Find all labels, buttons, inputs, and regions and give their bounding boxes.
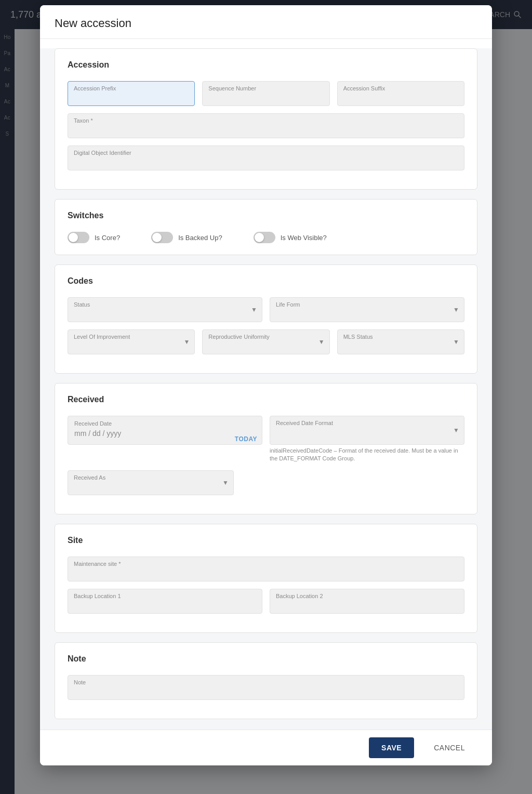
received-date-format-select[interactable] xyxy=(270,416,464,445)
switches-section-title: Switches xyxy=(68,211,464,220)
note-row-1: Note xyxy=(68,675,464,700)
accession-row-3: Digital Object Identifier xyxy=(68,145,464,170)
received-section: Received Received Date mm / dd / yyyy TO… xyxy=(55,383,477,514)
status-select[interactable] xyxy=(68,297,262,322)
received-section-title: Received xyxy=(68,395,464,404)
sequence-number-input[interactable] xyxy=(202,81,329,106)
is-web-visible-label: Is Web Visible? xyxy=(281,234,327,242)
new-accession-modal: New accession Accession Accession Prefix… xyxy=(40,5,492,765)
switches-row: Is Core? Is Backed Up? Is Web Visible? xyxy=(68,232,464,243)
doi-field[interactable]: Digital Object Identifier xyxy=(68,145,464,170)
accession-row-1: Accession Prefix Sequence Number Accessi… xyxy=(68,81,464,106)
doi-input[interactable] xyxy=(68,145,464,170)
received-date-field[interactable]: Received Date mm / dd / yyyy TODAY xyxy=(68,416,262,463)
received-as-field[interactable]: Received As ▼ xyxy=(68,470,234,495)
note-input[interactable] xyxy=(68,675,464,700)
note-section: Note Note xyxy=(55,642,477,719)
is-web-visible-switch[interactable]: Is Web Visible? xyxy=(254,232,327,243)
received-row-2: Received As ▼ xyxy=(68,470,464,495)
site-section-title: Site xyxy=(68,536,464,545)
accession-section-title: Accession xyxy=(68,60,464,70)
sequence-number-field[interactable]: Sequence Number xyxy=(202,81,329,106)
codes-row-2: Level Of Improvement ▼ Reproductive Unif… xyxy=(68,329,464,354)
backup-location-1-field[interactable]: Backup Location 1 xyxy=(68,589,262,614)
accession-row-2: Taxon * xyxy=(68,113,464,138)
note-section-title: Note xyxy=(68,654,464,664)
received-as-select[interactable] xyxy=(68,470,234,495)
accession-prefix-field[interactable]: Accession Prefix xyxy=(68,81,195,106)
switches-section: Switches Is Core? Is Backed Up? Is Web V… xyxy=(55,199,477,255)
status-field[interactable]: Status ▼ xyxy=(68,297,262,322)
modal-title: New accession xyxy=(55,17,131,30)
accession-section: Accession Accession Prefix Sequence Numb… xyxy=(55,48,477,190)
date-format-helper: initialReceivedDateCode – Format of the … xyxy=(270,447,464,463)
is-core-toggle[interactable] xyxy=(68,232,89,243)
accession-prefix-input[interactable] xyxy=(68,81,195,106)
received-date-value: mm / dd / yyyy xyxy=(74,429,121,438)
backup-location-2-field[interactable]: Backup Location 2 xyxy=(270,589,464,614)
taxon-field[interactable]: Taxon * xyxy=(68,113,464,138)
mls-status-select[interactable] xyxy=(337,329,464,354)
reproductive-uniformity-select[interactable] xyxy=(202,329,329,354)
modal-overlay: New accession Accession Accession Prefix… xyxy=(0,0,532,794)
modal-header: New accession xyxy=(40,5,492,39)
codes-section: Codes Status ▼ Life Form ▼ xyxy=(55,264,477,374)
is-core-switch[interactable]: Is Core? xyxy=(68,232,120,243)
codes-section-title: Codes xyxy=(68,276,464,286)
reproductive-uniformity-field[interactable]: Reproductive Uniformity ▼ xyxy=(202,329,329,354)
accession-suffix-field[interactable]: Accession Suffix xyxy=(337,81,464,106)
modal-footer: SAVE CANCEL xyxy=(40,730,492,765)
note-field[interactable]: Note xyxy=(68,675,464,700)
accession-suffix-input[interactable] xyxy=(337,81,464,106)
mls-status-field[interactable]: MLS Status ▼ xyxy=(337,329,464,354)
life-form-field[interactable]: Life Form ▼ xyxy=(270,297,464,322)
backup-location-1-input[interactable] xyxy=(68,589,262,614)
received-row-1: Received Date mm / dd / yyyy TODAY Recei… xyxy=(68,416,464,463)
cancel-button[interactable]: CANCEL xyxy=(421,737,477,758)
codes-row-1: Status ▼ Life Form ▼ xyxy=(68,297,464,322)
received-date-label: Received Date xyxy=(74,420,236,427)
save-button[interactable]: SAVE xyxy=(369,737,414,758)
site-row-1: Maintenance site * xyxy=(68,557,464,581)
site-row-2: Backup Location 1 Backup Location 2 xyxy=(68,589,464,614)
is-backed-up-switch[interactable]: Is Backed Up? xyxy=(151,232,222,243)
level-of-improvement-field[interactable]: Level Of Improvement ▼ xyxy=(68,329,195,354)
is-backed-up-label: Is Backed Up? xyxy=(178,234,222,242)
received-date-format-wrapper: Received Date Format ▼ initialReceivedDa… xyxy=(270,416,464,463)
modal-body: Accession Accession Prefix Sequence Numb… xyxy=(40,48,492,730)
is-core-label: Is Core? xyxy=(95,234,120,242)
today-button[interactable]: TODAY xyxy=(235,435,257,443)
maintenance-site-field[interactable]: Maintenance site * xyxy=(68,557,464,581)
maintenance-site-input[interactable] xyxy=(68,557,464,581)
life-form-select[interactable] xyxy=(270,297,464,322)
received-date-format-field[interactable]: Received Date Format ▼ xyxy=(270,416,464,445)
backup-location-2-input[interactable] xyxy=(270,589,464,614)
is-web-visible-toggle[interactable] xyxy=(254,232,275,243)
level-of-improvement-select[interactable] xyxy=(68,329,195,354)
is-backed-up-toggle[interactable] xyxy=(151,232,173,243)
site-section: Site Maintenance site * Backup Location … xyxy=(55,524,477,633)
taxon-input[interactable] xyxy=(68,113,464,138)
